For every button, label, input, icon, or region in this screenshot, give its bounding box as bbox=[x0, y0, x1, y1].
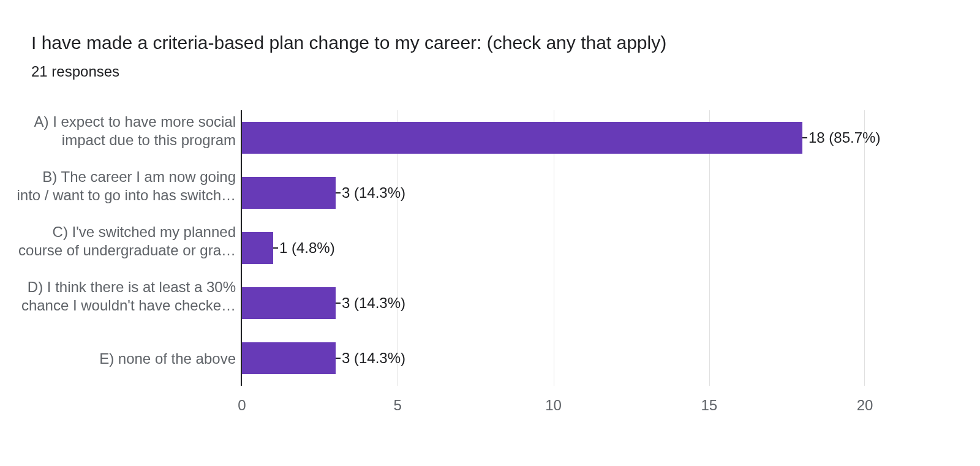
bar-label-a: 18 (85.7%) bbox=[809, 129, 880, 146]
bar-label-c: 1 (4.8%) bbox=[279, 239, 335, 257]
x-tick-20: 20 bbox=[857, 397, 873, 414]
leader-line bbox=[802, 137, 807, 138]
category-label-a-line1: A) I expect to have more social bbox=[12, 113, 236, 131]
bar-b bbox=[242, 177, 336, 209]
leader-line bbox=[336, 303, 341, 304]
leader-line bbox=[336, 192, 341, 194]
category-label-c-line1: C) I've switched my planned bbox=[12, 223, 236, 241]
x-tick-5: 5 bbox=[394, 397, 402, 414]
category-label-a-line2: impact due to this program bbox=[12, 131, 236, 149]
category-label-e-line1: E) none of the above bbox=[12, 350, 236, 368]
bar-label-e: 3 (14.3%) bbox=[342, 350, 405, 367]
category-label-d-line2: chance I wouldn't have checke… bbox=[12, 296, 236, 315]
bar-d bbox=[242, 287, 336, 319]
bar-label-b: 3 (14.3%) bbox=[342, 184, 405, 201]
bar-label-d: 3 (14.3%) bbox=[342, 295, 405, 312]
chart-container: { "chart_data": { "type": "bar", "orient… bbox=[0, 0, 980, 466]
bar-c bbox=[242, 232, 273, 264]
chart-title: I have made a criteria-based plan change… bbox=[31, 32, 666, 54]
leader-line bbox=[336, 358, 341, 359]
responses-count: 21 responses bbox=[31, 62, 119, 81]
category-label-b-line2: into / want to go into has switch… bbox=[12, 186, 236, 205]
leader-line bbox=[273, 247, 278, 249]
plot-area: 18 (85.7%) 3 (14.3%) 1 (4.8%) 3 (14.3%) … bbox=[241, 110, 865, 386]
x-tick-10: 10 bbox=[545, 397, 562, 414]
x-tick-15: 15 bbox=[701, 397, 717, 414]
gridline bbox=[864, 110, 865, 386]
category-label-d-line1: D) I think there is at least a 30% bbox=[12, 278, 236, 296]
x-tick-0: 0 bbox=[238, 397, 246, 414]
category-label-c-line2: course of undergraduate or gra… bbox=[12, 241, 236, 260]
category-label-b-line1: B) The career I am now going bbox=[12, 168, 236, 186]
bar-e bbox=[242, 342, 336, 374]
bar-a bbox=[242, 122, 802, 154]
